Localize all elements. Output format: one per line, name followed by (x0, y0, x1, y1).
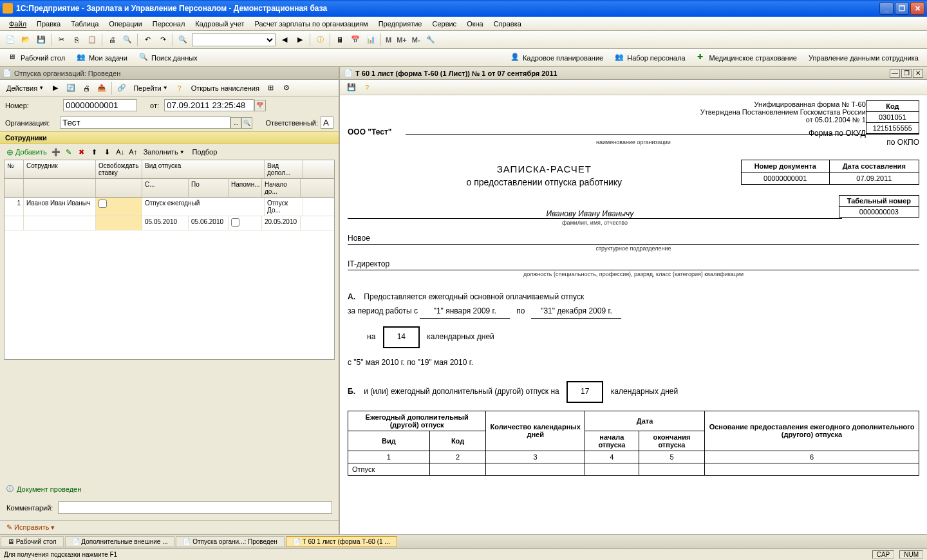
move-down-icon[interactable]: ⬇ (102, 146, 113, 158)
move-up-icon[interactable]: ⬆ (89, 146, 100, 158)
menu-service[interactable]: Сервис (427, 19, 462, 29)
org-open-button[interactable]: 🔍 (241, 117, 252, 129)
search-data-link[interactable]: 🔍Поиск данных (133, 51, 203, 65)
copy-icon[interactable]: ⎘ (70, 33, 84, 47)
menu-payroll[interactable]: Расчет зарплаты по организациям (249, 19, 373, 29)
number-input[interactable] (63, 99, 137, 111)
menu-windows[interactable]: Окна (462, 19, 489, 29)
col-to[interactable]: По (189, 179, 229, 197)
col-free-rate[interactable]: Освобождать ставку (96, 160, 142, 178)
select-link[interactable]: Подбор (189, 147, 221, 157)
employees-grid[interactable]: № Сотрудник Освобождать ставку Вид отпус… (4, 160, 335, 360)
responsible-input[interactable] (321, 117, 333, 129)
medical-link[interactable]: ✚Медицинское страхование (691, 51, 803, 65)
table-row[interactable]: 05.05.2010 05.06.2010 20.05.2010 (5, 216, 334, 230)
menu-hr[interactable]: Кадровый учет (190, 19, 249, 29)
save-report-icon[interactable]: 💾 (344, 80, 359, 95)
menu-enterprise[interactable]: Предприятие (373, 19, 427, 29)
sort-desc-icon[interactable]: A↑ (127, 146, 139, 158)
refresh-icon[interactable]: 🔄 (64, 81, 78, 95)
tree-icon[interactable]: ⊞ (264, 81, 278, 95)
desktop-link[interactable]: 🖥Рабочий стол (3, 51, 71, 65)
menu-edit[interactable]: Правка (32, 19, 66, 29)
goto-menu[interactable]: Перейти▼ (129, 83, 172, 93)
add-button[interactable]: Добавить (4, 147, 50, 158)
date-input[interactable] (164, 99, 254, 111)
mark-m[interactable]: M (383, 36, 394, 44)
new-icon[interactable]: 📄 (3, 33, 17, 47)
col-start[interactable]: Начало до... (262, 179, 301, 197)
task-t60[interactable]: 📄 Т 60 1 лист (форма Т-60 (1 ... (286, 536, 397, 547)
calendar-icon[interactable]: 📅 (348, 33, 362, 47)
grid-toolbar: Добавить ➕ ✎ ✖ ⬆ ⬇ A↓ A↑ Заполнить▼ Подб… (0, 144, 339, 160)
post-icon[interactable]: ▶ (48, 81, 62, 95)
mark-mminus[interactable]: M- (409, 36, 423, 44)
insert-row-icon[interactable]: ➕ (50, 146, 62, 158)
preview-icon[interactable]: 🔍 (120, 33, 135, 47)
paste-icon[interactable]: 📋 (85, 33, 99, 47)
menu-file[interactable]: Файл (4, 19, 32, 29)
col-employee[interactable]: Сотрудник (24, 160, 96, 178)
task-vacation[interactable]: 📄 Отпуска органи...: Проведен (176, 536, 284, 547)
col-extra-type[interactable]: Вид допол... (265, 160, 303, 178)
planning-link[interactable]: 👤Кадровое планирование (505, 51, 609, 65)
print-doc-icon[interactable]: 🖨 (79, 81, 93, 95)
menu-operations[interactable]: Операции (104, 19, 147, 29)
calc-icon[interactable]: 🖩 (333, 33, 347, 47)
task-extern[interactable]: 📄 Дополнительные внешние ... (65, 536, 175, 547)
minimize-pane-button[interactable]: — (890, 69, 900, 78)
tasks-link[interactable]: 👥Мои задачи (71, 51, 133, 65)
org-select-button[interactable]: ... (230, 117, 241, 129)
undo-icon[interactable]: ↶ (140, 33, 154, 47)
mark-mplus[interactable]: M+ (394, 36, 409, 44)
search-icon[interactable]: 🔍 (176, 33, 190, 47)
col-num[interactable]: № (5, 160, 24, 178)
help-report-icon[interactable]: ? (360, 80, 374, 95)
menu-table[interactable]: Таблица (66, 19, 104, 29)
comment-input[interactable] (58, 501, 332, 514)
close-button[interactable]: ✕ (910, 2, 924, 15)
date-range: с "5" мая 2010 г. по "19" мая 2010 г. (348, 356, 919, 370)
minimize-button[interactable]: _ (879, 2, 894, 15)
menu-staff[interactable]: Персонал (147, 19, 191, 29)
search-combo[interactable] (192, 33, 276, 46)
print-icon[interactable]: 🖨 (105, 33, 119, 47)
free-rate-checkbox[interactable] (98, 200, 107, 208)
col-vacation-type[interactable]: Вид отпуска (142, 160, 265, 178)
open-calc-link[interactable]: Открыть начисления (187, 83, 263, 93)
menu-help[interactable]: Справка (489, 19, 527, 29)
nav-doc-icon[interactable]: 🔗 (115, 81, 129, 95)
edit-row-icon[interactable]: ✎ (63, 146, 75, 158)
settings-icon[interactable]: ⚙ (279, 81, 294, 95)
task-desktop[interactable]: 🖥 Рабочий стол (1, 536, 64, 547)
restore-pane-button[interactable]: ❐ (901, 69, 912, 78)
recruit-link[interactable]: 👥Набор персонала (609, 51, 691, 65)
fix-link[interactable]: ✎ Исправить ▾ (6, 523, 55, 531)
export-icon[interactable]: 📤 (95, 81, 109, 95)
save-icon[interactable]: 💾 (34, 33, 48, 47)
maximize-button[interactable]: ❐ (895, 2, 909, 15)
open-icon[interactable]: 📂 (19, 33, 33, 47)
actions-menu[interactable]: Действия▼ (3, 83, 48, 93)
report-icon[interactable]: 📊 (364, 33, 378, 47)
cut-icon[interactable]: ✂ (54, 33, 68, 47)
help-doc-icon[interactable]: ? (173, 81, 187, 95)
remind-checkbox[interactable] (231, 218, 239, 227)
delete-row-icon[interactable]: ✖ (76, 146, 88, 158)
data-mgmt-link[interactable]: Управление данными сотрудника (803, 51, 924, 65)
col-from[interactable]: С... (142, 179, 189, 197)
tool-extra-icon[interactable]: 🔧 (424, 33, 438, 47)
fill-menu[interactable]: Заполнить▼ (140, 147, 189, 157)
free-rate-cell[interactable] (96, 198, 142, 216)
nav-fwd-icon[interactable]: ▶ (293, 33, 307, 47)
help-icon[interactable]: ⓘ (313, 33, 327, 47)
redo-icon[interactable]: ↷ (156, 33, 170, 47)
close-pane-button[interactable]: ✕ (913, 69, 923, 78)
table-row[interactable]: 1 Иванов Иван Иваныч Отпуск ежегодный От… (5, 198, 334, 216)
nav-back-icon[interactable]: ◀ (277, 33, 292, 47)
org-input[interactable] (60, 117, 230, 129)
sort-asc-icon[interactable]: A↓ (115, 146, 126, 158)
calendar-picker-icon[interactable]: 📅 (254, 100, 266, 111)
app-icon (3, 3, 13, 14)
col-remind[interactable]: Напомн... (229, 179, 262, 197)
